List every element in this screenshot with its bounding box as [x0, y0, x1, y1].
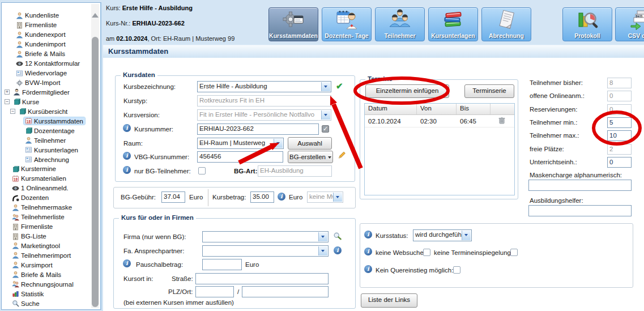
sidebar-item-f-rdermitglieder[interactable]: +Fördermitglieder [3, 88, 90, 97]
sidebar-item-briefe-mails[interactable]: Briefe & Mails [3, 49, 90, 59]
toolbar-button-protokoll[interactable]: Protokoll [562, 7, 612, 41]
kursstatus-select[interactable]: wird durchgeführt [413, 229, 472, 241]
chevron-down-icon[interactable] [274, 139, 283, 148]
kein-quereinstieg-label: Kein Quereinstieg möglich: [376, 267, 453, 274]
sidebar-item-firmenliste[interactable]: Firmenliste [3, 222, 90, 232]
sidebar-item-label: BG-Liste [21, 233, 46, 240]
raum-select[interactable]: EH-Raum | Musterweg [197, 138, 284, 149]
ausbildungshelfer-field[interactable] [528, 205, 632, 216]
sidebar-item-rechnungsjournal[interactable]: Rechnungsjournal [3, 279, 90, 289]
kursbezeichnung-select[interactable]: Erste Hilfe - Ausbildung [197, 81, 331, 92]
sidebar-item-kursmaterialien[interactable]: 18Kursmaterialien [3, 174, 90, 184]
chevron-down-icon[interactable] [333, 193, 342, 202]
keine-websuche-checkbox[interactable] [423, 249, 430, 256]
trash-icon[interactable] [491, 116, 513, 126]
kursbetrag-field[interactable]: 35.00 [250, 191, 274, 203]
info-icon[interactable]: i [278, 193, 285, 201]
stat-field-teilnehmer-min[interactable]: 5 [607, 117, 632, 128]
person-icon [11, 242, 19, 249]
firma-select[interactable] [202, 231, 329, 242]
sidebar-item-kurstermine[interactable]: Kurstermine [3, 164, 90, 174]
sidebar-item-suche[interactable]: Suche [3, 299, 90, 308]
pencil-icon[interactable] [337, 151, 347, 161]
building-icon [11, 223, 19, 231]
sidebar-item-kursimport[interactable]: Kursimport [3, 260, 90, 270]
info-icon[interactable]: i [123, 152, 131, 160]
search-icon[interactable] [333, 232, 342, 242]
sidebar-item-abrechnung[interactable]: Abrechnung [3, 155, 90, 164]
keine-termineinspiegelung-checkbox[interactable] [510, 249, 518, 256]
sidebar-item-kursunterlagen[interactable]: Kursunterlagen [3, 145, 90, 155]
vbg-kursnummer-field[interactable]: 456456 [197, 151, 283, 163]
chevron-down-icon[interactable] [318, 246, 327, 255]
toolbar-button-dozenten-tage[interactable]: Dozenten- Tage [322, 7, 372, 41]
sidebar-item-bvw-import[interactable]: BVW-Import [3, 78, 90, 88]
einzeltermin-einfuegen-button[interactable]: Einzeltermin einfügen [365, 84, 449, 98]
bg-gebuehr-field[interactable]: 37.04 [161, 191, 185, 203]
sidebar-item-kundenexport[interactable]: Kundenexport [3, 30, 90, 40]
strasse-field[interactable] [195, 273, 329, 284]
sidebar-item-12-kontaktformular[interactable]: 12 Kontaktformular [3, 59, 90, 69]
sidebar-item-firmenliste[interactable]: Firmenliste [3, 20, 90, 30]
info-icon[interactable]: i [123, 124, 131, 132]
liste-der-links-button[interactable]: Liste der Links [361, 293, 417, 308]
terminserie-button[interactable]: Terminserie [464, 84, 514, 98]
info-icon[interactable]: i [364, 248, 372, 255]
chevron-down-icon[interactable] [321, 82, 330, 91]
sidebar-item-briefe-mails[interactable]: Briefe & Mails [3, 270, 90, 279]
bg-erstellen-button[interactable]: BG-erstellen [288, 151, 333, 163]
sidebar-item-statistik[interactable]: Statistik [3, 289, 90, 299]
termin-row[interactable]: 02.10.202402:3006:45 [365, 115, 514, 127]
sidebar-item-kundenimport[interactable]: Kundenimport [3, 40, 90, 49]
sidebar-item-kurs-bersicht[interactable]: −Kursübersicht [3, 106, 90, 116]
tree-item-inner: 12 Kontaktformular [15, 60, 82, 67]
sidebar-item-1-onlineanmeld[interactable]: 1 Onlineanmeld. [3, 184, 90, 193]
sidebar-item-dozententage[interactable]: Dozententage [3, 126, 90, 135]
collapse-icon[interactable]: − [10, 109, 15, 114]
sidebar-item-marketingtool[interactable]: Marketingtool [3, 241, 90, 251]
chevron-down-icon[interactable] [462, 231, 471, 240]
kursversion-select[interactable]: Fit in Erster Hilfe - Persönliche Notfal… [197, 109, 331, 121]
sidebar-item-teilnehmer[interactable]: Teilnehmer [3, 135, 90, 145]
info-icon[interactable]: i [123, 166, 131, 174]
kein-quereinstieg-checkbox[interactable] [453, 266, 460, 274]
ort-field[interactable] [242, 286, 329, 297]
sidebar-item-wiedervorlage[interactable]: Wiedervorlage [3, 69, 90, 78]
auswahl-button[interactable]: Auswahl [288, 137, 332, 150]
collapse-icon[interactable]: − [5, 99, 10, 104]
sidebar-scrollbar-thumb[interactable] [92, 37, 99, 307]
mwst-select[interactable]: keine Mw [307, 191, 343, 203]
sidebar-item-teilnehmermaske[interactable]: Teilnehmermaske [3, 203, 90, 212]
info-icon[interactable]: i [123, 259, 131, 267]
kursnummer-lock-checkbox[interactable] [322, 125, 329, 133]
chevron-down-icon[interactable] [321, 110, 330, 120]
info-icon[interactable]: i [334, 246, 342, 254]
sidebar-item-kursstammdaten[interactable]: 18Kursstammdaten [3, 116, 90, 126]
toolbar-button-csv-des[interactable]: CSVCSV des [615, 7, 644, 41]
info-icon[interactable]: i [364, 265, 372, 273]
stat-field-teilnehmer-max[interactable]: 10 [607, 130, 632, 141]
toolbar-button-kursunterlagen[interactable]: Kursunterlagen [428, 7, 478, 41]
tree-item-inner: Kursübersicht [18, 108, 69, 115]
sidebar-item-dozenten[interactable]: Dozenten [3, 193, 90, 203]
plz-field[interactable] [195, 286, 234, 297]
sidebar-item-teilnehmerimport[interactable]: Teilnehmerimport [3, 250, 90, 260]
info-icon[interactable]: i [364, 231, 372, 238]
chevron-down-icon[interactable] [318, 232, 327, 241]
sidebar-item-label: Wiedervorlage [25, 70, 67, 76]
sidebar-item-kundenliste[interactable]: Kundenliste [3, 11, 90, 20]
sidebar-item-kurse[interactable]: −Kurse [3, 97, 90, 106]
toolbar-button-teilnehmer[interactable]: Teilnehmer [375, 7, 425, 41]
pauschalbetrag-field[interactable] [202, 259, 242, 270]
scroll-up-icon[interactable] [92, 13, 99, 18]
sidebar-item-teilnehmerliste[interactable]: Teilnehmerliste [3, 212, 90, 222]
stat-field-unterrichtseinh[interactable]: 0 [607, 157, 632, 168]
nur-bg-teilnehmer-checkbox[interactable] [198, 167, 206, 174]
toolbar-button-kursstammdaten[interactable]: Kursstammdaten [268, 7, 318, 41]
maskencharge-field[interactable] [528, 180, 632, 191]
kursnummer-field[interactable]: ERHIAU-2023-662 [197, 123, 319, 135]
toolbar-button-abrechnung[interactable]: Abrechnung [481, 7, 531, 41]
ansprechpartner-select[interactable] [202, 245, 329, 257]
sidebar-item-bg-liste[interactable]: BG-Liste [3, 232, 90, 241]
expand-icon[interactable]: + [5, 90, 10, 95]
